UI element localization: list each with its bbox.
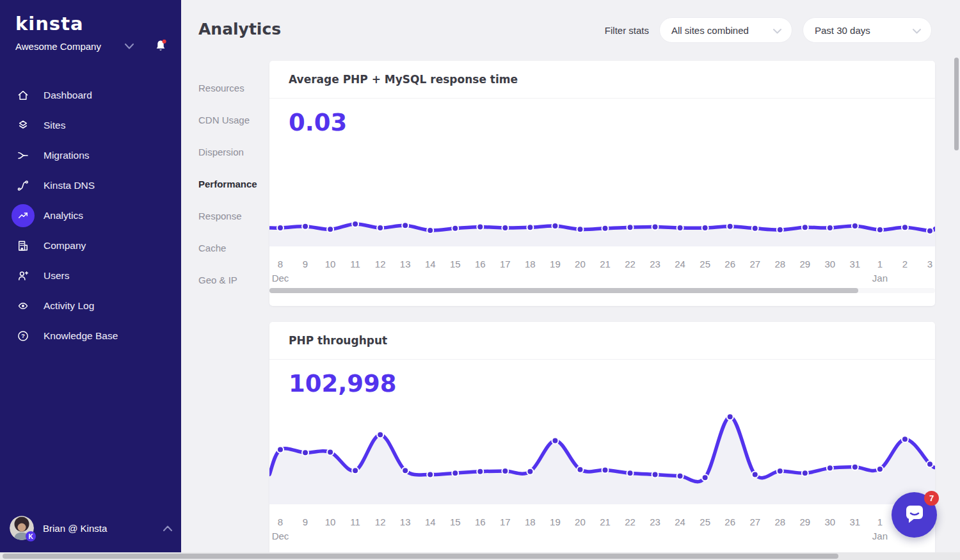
site-filter-dropdown[interactable]: All sites combined: [659, 17, 792, 43]
x-tick-label: 19: [550, 516, 561, 527]
php-throughput-card: PHP throughput 102,998 89101112131415161…: [269, 322, 935, 560]
x-tick-label: 24: [675, 516, 685, 527]
throughput-chart: 8910111213141516171819202122232425262728…: [269, 402, 935, 544]
x-tick-label: 10: [325, 516, 336, 527]
subnav-item-resources[interactable]: Resources: [198, 72, 262, 104]
x-tick-label: 22: [625, 516, 636, 527]
subnav-item-response[interactable]: Response: [198, 200, 262, 232]
x-tick-label: 27: [749, 259, 760, 269]
analytics-subnav: ResourcesCDN UsageDispersionPerformanceR…: [198, 72, 262, 296]
filter-bar: Filter stats All sites combined Past 30 …: [605, 17, 932, 43]
x-tick-label: 14: [425, 516, 436, 527]
dns-icon: [12, 174, 35, 197]
notification-bell-icon[interactable]: [153, 38, 168, 54]
x-tick-label: 8: [278, 516, 283, 527]
x-month-label: Dec: [272, 531, 289, 541]
user-menu[interactable]: K Brian @ Kinsta: [10, 515, 172, 541]
sidebar-item-label: Dashboard: [44, 90, 92, 101]
subnav-item-cache[interactable]: Cache: [198, 232, 262, 264]
x-tick-label: 12: [375, 516, 386, 527]
x-tick-label: 23: [650, 259, 660, 269]
sidebar-item-dashboard[interactable]: Dashboard: [0, 80, 181, 110]
user-name: Brian @ Kinsta: [43, 523, 107, 534]
sidebar-item-migrations[interactable]: Migrations: [0, 140, 181, 170]
x-tick-label: 9: [303, 259, 308, 269]
sidebar-item-label: Kinsta DNS: [44, 180, 95, 191]
chevron-down-icon: [773, 25, 781, 36]
sidebar-item-activity-log[interactable]: Activity Log: [0, 291, 181, 321]
x-tick-label: 27: [749, 516, 760, 527]
sidebar-item-label: Activity Log: [44, 300, 94, 312]
chart-scrollbar-track: [269, 288, 935, 293]
sidebar-item-analytics[interactable]: Analytics: [0, 200, 181, 230]
x-tick-label: 30: [825, 516, 836, 527]
chevron-up-icon: [163, 525, 172, 531]
unread-dot: [163, 40, 166, 44]
x-tick-label: 28: [774, 259, 785, 269]
x-tick-label: 31: [850, 259, 861, 269]
filter-stats-label: Filter stats: [605, 25, 649, 36]
card-header: PHP throughput: [269, 322, 935, 360]
x-tick-label: 24: [675, 259, 685, 269]
company-icon: [12, 234, 35, 257]
chat-bubble-icon: [902, 501, 927, 529]
x-tick-label: 31: [850, 516, 861, 527]
sidebar-item-sites[interactable]: Sites: [0, 110, 181, 140]
x-tick-label: 17: [500, 516, 511, 527]
sidebar-item-label: Company: [44, 240, 86, 252]
card-header: Average PHP + MySQL response time: [269, 61, 935, 99]
x-tick-label: 18: [525, 259, 536, 269]
x-tick-label: 18: [525, 516, 536, 527]
x-tick-label: 2: [902, 259, 908, 269]
subnav-item-dispersion[interactable]: Dispersion: [198, 136, 262, 168]
avatar: K: [10, 516, 34, 540]
x-tick-label: 9: [303, 516, 308, 527]
x-tick-label: 15: [450, 259, 461, 269]
x-tick-label: 23: [650, 516, 660, 527]
svg-text:?: ?: [21, 333, 25, 339]
x-tick-label: 29: [799, 516, 810, 527]
sidebar-item-kinsta-dns[interactable]: Kinsta DNS: [0, 170, 181, 200]
sidebar-item-knowledge-base[interactable]: ?Knowledge Base: [0, 321, 181, 351]
x-tick-label: 1: [877, 259, 883, 269]
x-tick-label: 17: [500, 259, 511, 269]
x-tick-label: 10: [325, 259, 336, 269]
x-tick-label: 16: [475, 516, 486, 527]
chart-scrollbar-thumb[interactable]: [269, 288, 858, 293]
avatar-kinsta-badge: K: [26, 531, 36, 541]
horizontal-scrollbar-thumb[interactable]: [3, 554, 838, 559]
response-time-value: 0.03: [269, 99, 935, 141]
x-tick-label: 19: [550, 259, 561, 269]
sites-icon: [12, 114, 35, 137]
sidebar-item-users[interactable]: Users: [0, 260, 181, 291]
x-tick-label: 1: [877, 516, 883, 527]
company-name: Awesome Company: [15, 41, 101, 52]
sidebar-item-label: Migrations: [44, 150, 90, 161]
x-tick-label: 3: [927, 259, 932, 269]
x-month-label: Jan: [872, 273, 888, 284]
x-tick-label: 25: [700, 259, 710, 269]
migrations-icon: [12, 144, 35, 167]
x-tick-label: 20: [575, 259, 586, 269]
sidebar-item-label: Users: [44, 270, 69, 282]
date-range-dropdown[interactable]: Past 30 days: [803, 17, 932, 43]
x-tick-label: 26: [724, 516, 735, 527]
subnav-item-geo-ip[interactable]: Geo & IP: [198, 264, 262, 296]
vertical-scrollbar-thumb[interactable]: [954, 58, 959, 150]
x-tick-label: 16: [475, 259, 486, 269]
x-tick-label: 20: [575, 516, 586, 527]
x-tick-label: 15: [450, 516, 461, 527]
sidebar-menu: DashboardSitesMigrationsKinsta DNSAnalyt…: [0, 80, 181, 351]
x-tick-label: 8: [278, 259, 283, 269]
company-selector[interactable]: Awesome Company: [15, 38, 168, 54]
php-throughput-value: 102,998: [269, 360, 935, 402]
subnav-item-cdn-usage[interactable]: CDN Usage: [198, 104, 262, 136]
activity-log-icon: [12, 294, 35, 317]
site-filter-value: All sites combined: [671, 25, 749, 36]
subnav-item-performance[interactable]: Performance: [198, 168, 262, 200]
date-range-value: Past 30 days: [815, 25, 870, 36]
chat-unread-badge: 7: [924, 491, 939, 506]
x-tick-label: 29: [799, 259, 810, 269]
x-tick-label: 30: [825, 259, 836, 269]
sidebar-item-company[interactable]: Company: [0, 230, 181, 260]
